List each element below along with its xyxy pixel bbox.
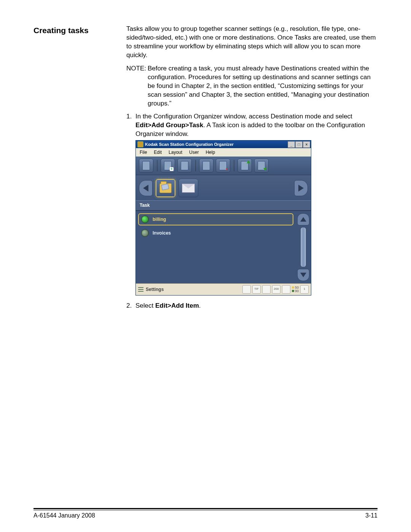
app-window: Kodak Scan Station Configuration Organiz… — [135, 140, 311, 295]
scrollbar[interactable] — [296, 211, 311, 283]
task-item-billing[interactable]: billing — [138, 213, 293, 225]
section-heading: Creating tasks — [33, 25, 89, 36]
step-2-text: Select Edit>Add Item. — [135, 302, 378, 310]
menu-user[interactable]: User — [189, 149, 199, 155]
nav-email-group-button[interactable] — [178, 179, 198, 197]
scroll-track[interactable] — [300, 227, 306, 267]
folder-icon — [159, 183, 172, 193]
step-2-b: . — [199, 302, 201, 309]
footer-rule — [33, 508, 378, 509]
scroll-down-button[interactable] — [297, 269, 309, 281]
status-printer-icon — [262, 285, 271, 294]
menubar: File Edit Layout User Help — [136, 148, 311, 157]
nav-prev-button[interactable] — [139, 180, 153, 196]
toolbar-delete-icon[interactable]: × — [216, 159, 230, 173]
nav-next-button[interactable] — [294, 180, 308, 196]
footer-doc-id: A-61544 January 2008 — [33, 511, 95, 520]
step-1-text: In the Configuration Organizer window, a… — [135, 112, 378, 299]
task-item-invoices[interactable]: Invoices — [138, 227, 293, 239]
status-dpi-icon: 200 — [272, 285, 280, 294]
task-item-label: Invoices — [153, 230, 171, 236]
task-list-area: billing Invoices — [136, 211, 311, 283]
footer-page-number: 3-11 — [365, 511, 378, 520]
toolbar-save-icon[interactable] — [139, 159, 153, 173]
step-2-a: Select — [135, 302, 155, 309]
settings-label[interactable]: Settings — [146, 286, 164, 292]
step-1-a: In the Configuration Organizer window, a… — [135, 113, 352, 120]
status-quality-bot: 90 — [292, 289, 299, 293]
status-exit-icon — [242, 285, 251, 294]
step-number: 1. — [126, 112, 135, 299]
menu-file[interactable]: File — [140, 149, 147, 155]
app-icon — [137, 141, 143, 147]
nav-task-group-button[interactable] — [156, 179, 175, 197]
statusbar: Settings TIF 200 50 90 — [136, 283, 311, 295]
radio-icon — [141, 216, 149, 223]
menu-help[interactable]: Help — [206, 149, 215, 155]
intro-paragraph: Tasks allow you to group together scanne… — [126, 25, 378, 60]
status-quality-readout: 50 90 — [292, 286, 299, 293]
scroll-up-button[interactable] — [297, 213, 309, 225]
toolbar-upload-icon[interactable] — [237, 159, 252, 173]
toolbar: + × — [136, 157, 311, 175]
toolbar-download-icon[interactable] — [254, 159, 269, 173]
menu-layout[interactable]: Layout — [169, 149, 182, 155]
window-title: Kodak Scan Station Configuration Organiz… — [145, 142, 234, 147]
task-item-label: billing — [153, 216, 166, 222]
toolbar-new-icon[interactable]: + — [161, 159, 175, 173]
settings-icon — [138, 287, 143, 292]
status-filetype-icon: TIF — [252, 285, 261, 294]
close-button[interactable]: × — [303, 141, 310, 148]
menu-edit[interactable]: Edit — [154, 149, 162, 155]
status-count-icon: 1 — [300, 285, 309, 294]
maximize-button[interactable]: □ — [295, 141, 303, 148]
nav-row — [136, 175, 311, 200]
status-page-icon — [282, 285, 290, 294]
radio-icon — [141, 229, 149, 237]
note-body: Before creating a task, you must already… — [148, 64, 378, 108]
step-1-bold: Edit>Add Group>Task — [135, 121, 203, 129]
toolbar-copy-icon[interactable] — [199, 159, 213, 173]
envelope-icon — [182, 184, 195, 193]
toolbar-doc-icon[interactable] — [177, 159, 192, 173]
note-label: NOTE: — [126, 64, 146, 108]
minimize-button[interactable]: _ — [288, 141, 295, 148]
titlebar: Kodak Scan Station Configuration Organiz… — [136, 141, 311, 148]
step-2-bold: Edit>Add Item — [155, 302, 199, 309]
section-label: Task — [136, 200, 311, 211]
step-number: 2. — [126, 302, 135, 310]
